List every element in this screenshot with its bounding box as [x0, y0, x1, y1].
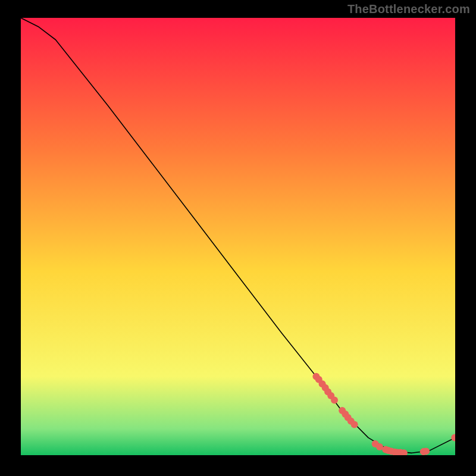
watermark-text: TheBottlenecker.com	[347, 2, 470, 16]
chart-svg	[21, 18, 455, 455]
gradient-background	[21, 18, 455, 455]
data-dot	[376, 443, 383, 450]
figure-root: TheBottlenecker.com	[0, 0, 476, 476]
data-dot	[331, 396, 338, 403]
chart-plot-area	[21, 18, 455, 455]
data-dot	[351, 421, 358, 428]
data-dot	[422, 447, 430, 455]
